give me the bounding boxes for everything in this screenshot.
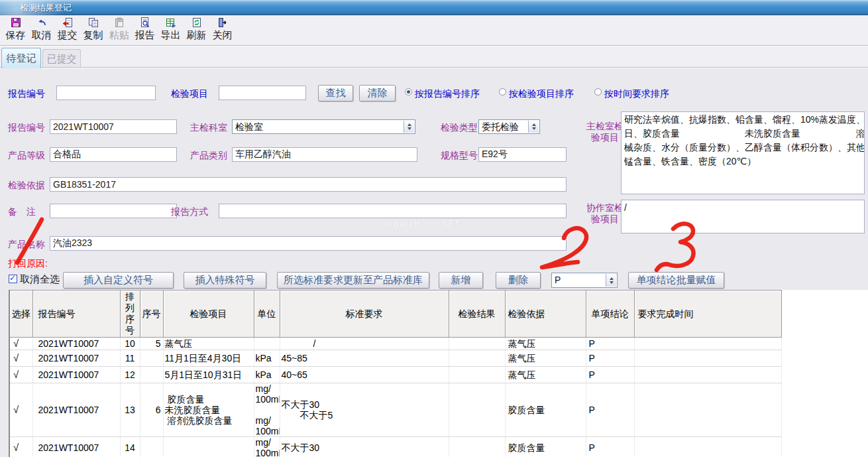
cell-item[interactable]: 5月1日至10月31日 (163, 367, 254, 383)
cell-order-no[interactable]: 12 (120, 367, 140, 383)
report-no-input[interactable] (50, 119, 177, 134)
col-header-order-no[interactable]: 排列序号 (120, 291, 140, 338)
col-header-requirement[interactable]: 标准要求 (280, 291, 449, 338)
cell-seq-no[interactable]: 6 (140, 383, 163, 437)
cell-seq-no[interactable] (140, 350, 163, 367)
col-header-report-no[interactable]: 报告编号 (32, 291, 120, 338)
main-items-textarea[interactable]: 研究法辛烷值、抗爆指数、铅含量、馏程、10%蒸发温度、50%蒸 日、胶质含量 未… (621, 111, 865, 194)
cell-item[interactable]: 胶质含量 未洗胶质含量 溶剂洗胶质含量 (163, 383, 254, 437)
submit-button[interactable]: 提交 (54, 15, 80, 44)
cell-report-no[interactable]: 2021WT10007 (32, 350, 120, 367)
cell-due-time[interactable] (634, 350, 781, 367)
cell-order-no[interactable]: 11 (120, 350, 140, 367)
batch-assign-button[interactable]: 单项结论批量赋值 (628, 272, 724, 289)
cell-unit[interactable] (254, 338, 280, 350)
search-item-input[interactable] (219, 86, 306, 100)
cell-conclusion[interactable]: P (586, 350, 634, 367)
basis-input[interactable] (50, 177, 567, 192)
copy-button[interactable]: 复制 (80, 15, 106, 44)
row-check-mark[interactable]: √ (9, 367, 32, 383)
cell-item[interactable]: 11月1日至4月30日 (163, 350, 254, 367)
cell-unit[interactable]: kPa (254, 367, 280, 383)
cell-conclusion[interactable]: P (586, 367, 634, 383)
report-button[interactable]: 报告 (132, 15, 158, 44)
col-header-select[interactable]: 选择 (9, 291, 32, 338)
spec-input[interactable] (478, 147, 567, 162)
cell-basis[interactable]: 蒸气压 (505, 367, 586, 383)
search-report-no-input[interactable] (56, 86, 156, 100)
cell-seq-no[interactable]: 5 (140, 338, 163, 350)
remark-input[interactable] (50, 204, 177, 218)
col-header-conclusion[interactable]: 单项结论 (586, 291, 634, 338)
cancel-button[interactable]: 取消 (28, 15, 54, 44)
update-standard-button[interactable]: 所选标准要求更新至产品标准库 (277, 272, 429, 289)
cell-result[interactable] (449, 338, 505, 350)
cell-requirement[interactable]: 不大于30 (280, 437, 449, 457)
save-button[interactable]: 保存 (3, 15, 28, 44)
cell-conclusion[interactable]: P (586, 383, 634, 437)
cell-result[interactable] (449, 437, 505, 457)
cell-report-no[interactable]: 2021WT10007 (32, 383, 120, 437)
row-check-mark[interactable]: √ (9, 437, 32, 457)
cell-unit[interactable]: mg/ 100mL mg/ 100mL (254, 383, 280, 437)
cell-requirement[interactable]: 不大于30 不大于5 (280, 383, 449, 437)
cell-report-no[interactable]: 2021WT10007 (32, 367, 120, 383)
row-check-mark[interactable]: √ (9, 338, 32, 350)
delete-row-button[interactable]: 删除 (496, 272, 541, 289)
report-mode-input[interactable] (219, 204, 567, 218)
cell-basis[interactable]: 蒸气压 (505, 338, 586, 350)
cell-due-time[interactable] (634, 367, 781, 383)
col-header-seq-no[interactable]: 序号 (140, 291, 163, 338)
cell-unit[interactable]: mg/ 100mL (254, 437, 280, 457)
sort-by-report-no-radio[interactable] (405, 88, 412, 96)
insert-special-symbol-button[interactable]: 插入特殊符号 (184, 272, 266, 289)
refresh-button[interactable]: 刷新 (184, 15, 209, 44)
grade-input[interactable] (50, 147, 177, 162)
cell-conclusion[interactable]: P (586, 338, 634, 350)
close-button[interactable]: 关闭 (209, 15, 235, 44)
cell-basis[interactable]: 胶质含量 (505, 383, 586, 437)
coop-items-textarea[interactable]: / (621, 200, 865, 233)
cell-seq-no[interactable] (140, 437, 163, 457)
cell-requirement[interactable]: 45~85 (280, 350, 449, 367)
product-name-input[interactable] (50, 236, 567, 251)
col-header-due-time[interactable]: 要求完成时间 (634, 291, 781, 338)
cell-result[interactable] (449, 367, 505, 383)
sort-by-time-radio[interactable] (594, 88, 602, 96)
cell-order-no[interactable]: 14 (120, 437, 140, 457)
row-check-mark[interactable]: √ (9, 383, 32, 437)
cell-due-time[interactable] (634, 338, 781, 350)
tab-submitted[interactable]: 已提交 (42, 49, 81, 68)
cell-unit[interactable]: kPa (254, 350, 280, 367)
combo-spinner-icon[interactable] (404, 121, 414, 133)
insert-custom-symbol-button[interactable]: 插入自定义符号 (63, 272, 174, 289)
cell-requirement[interactable]: 40~65 (280, 367, 449, 383)
col-header-unit[interactable]: 单位 (254, 291, 280, 338)
cell-basis[interactable]: 蒸气压 (505, 350, 586, 367)
col-header-result[interactable]: 检验结果 (449, 291, 505, 338)
find-button[interactable]: 查找 (318, 85, 353, 101)
test-type-combobox[interactable]: 委托检验 (478, 119, 540, 134)
cell-report-no[interactable]: 2021WT10007 (32, 437, 120, 457)
sort-by-item-radio[interactable] (499, 88, 506, 96)
cell-conclusion[interactable]: P (586, 437, 634, 457)
uncheck-all-checkbox[interactable]: ✓ (9, 275, 17, 283)
cell-item[interactable]: 蒸气压 (163, 338, 254, 350)
cell-due-time[interactable] (634, 383, 781, 437)
cell-due-time[interactable] (634, 437, 781, 457)
cell-result[interactable] (449, 350, 505, 367)
clear-button[interactable]: 清除 (359, 85, 396, 101)
row-check-mark[interactable]: √ (9, 350, 32, 367)
combo-spinner-icon[interactable] (606, 274, 616, 287)
cell-order-no[interactable]: 10 (120, 338, 140, 350)
cell-result[interactable] (449, 383, 505, 437)
add-row-button[interactable]: 新增 (439, 272, 483, 289)
cell-report-no[interactable]: 2021WT10007 (32, 338, 120, 350)
conclusion-combobox[interactable]: P (551, 273, 618, 288)
cell-item[interactable] (163, 437, 254, 457)
combo-spinner-icon[interactable] (528, 121, 539, 133)
cell-requirement[interactable]: / (280, 338, 449, 350)
tab-pending[interactable]: 待登记 (1, 48, 41, 68)
cell-seq-no[interactable] (140, 367, 163, 383)
cell-basis[interactable]: 胶质含量 (505, 437, 586, 457)
